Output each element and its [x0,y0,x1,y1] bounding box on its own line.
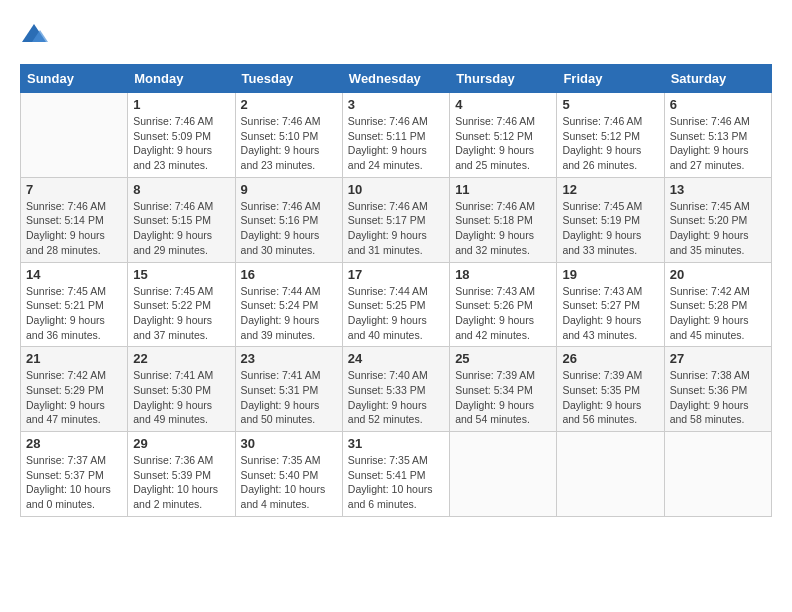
day-number: 15 [133,267,229,282]
calendar-week-row: 1Sunrise: 7:46 AM Sunset: 5:09 PM Daylig… [21,93,772,178]
weekday-header-cell: Saturday [664,65,771,93]
day-number: 13 [670,182,766,197]
calendar-day-cell [664,432,771,517]
day-info: Sunrise: 7:42 AM Sunset: 5:28 PM Dayligh… [670,284,766,343]
calendar-day-cell: 17Sunrise: 7:44 AM Sunset: 5:25 PM Dayli… [342,262,449,347]
calendar-day-cell: 31Sunrise: 7:35 AM Sunset: 5:41 PM Dayli… [342,432,449,517]
calendar-day-cell: 10Sunrise: 7:46 AM Sunset: 5:17 PM Dayli… [342,177,449,262]
day-number: 10 [348,182,444,197]
day-number: 8 [133,182,229,197]
day-info: Sunrise: 7:46 AM Sunset: 5:13 PM Dayligh… [670,114,766,173]
calendar-day-cell: 13Sunrise: 7:45 AM Sunset: 5:20 PM Dayli… [664,177,771,262]
weekday-header-cell: Monday [128,65,235,93]
day-info: Sunrise: 7:45 AM Sunset: 5:21 PM Dayligh… [26,284,122,343]
calendar-day-cell: 26Sunrise: 7:39 AM Sunset: 5:35 PM Dayli… [557,347,664,432]
weekday-header-cell: Friday [557,65,664,93]
day-number: 28 [26,436,122,451]
calendar-day-cell: 5Sunrise: 7:46 AM Sunset: 5:12 PM Daylig… [557,93,664,178]
day-info: Sunrise: 7:46 AM Sunset: 5:10 PM Dayligh… [241,114,337,173]
day-info: Sunrise: 7:44 AM Sunset: 5:25 PM Dayligh… [348,284,444,343]
calendar-day-cell: 19Sunrise: 7:43 AM Sunset: 5:27 PM Dayli… [557,262,664,347]
day-number: 18 [455,267,551,282]
day-info: Sunrise: 7:46 AM Sunset: 5:14 PM Dayligh… [26,199,122,258]
calendar-day-cell: 30Sunrise: 7:35 AM Sunset: 5:40 PM Dayli… [235,432,342,517]
day-number: 21 [26,351,122,366]
calendar-day-cell: 11Sunrise: 7:46 AM Sunset: 5:18 PM Dayli… [450,177,557,262]
calendar-day-cell: 15Sunrise: 7:45 AM Sunset: 5:22 PM Dayli… [128,262,235,347]
calendar-week-row: 7Sunrise: 7:46 AM Sunset: 5:14 PM Daylig… [21,177,772,262]
day-number: 14 [26,267,122,282]
calendar-day-cell: 9Sunrise: 7:46 AM Sunset: 5:16 PM Daylig… [235,177,342,262]
day-number: 12 [562,182,658,197]
day-info: Sunrise: 7:46 AM Sunset: 5:12 PM Dayligh… [455,114,551,173]
calendar-day-cell: 12Sunrise: 7:45 AM Sunset: 5:19 PM Dayli… [557,177,664,262]
day-info: Sunrise: 7:40 AM Sunset: 5:33 PM Dayligh… [348,368,444,427]
calendar-week-row: 14Sunrise: 7:45 AM Sunset: 5:21 PM Dayli… [21,262,772,347]
day-info: Sunrise: 7:44 AM Sunset: 5:24 PM Dayligh… [241,284,337,343]
calendar-day-cell: 3Sunrise: 7:46 AM Sunset: 5:11 PM Daylig… [342,93,449,178]
calendar-day-cell: 23Sunrise: 7:41 AM Sunset: 5:31 PM Dayli… [235,347,342,432]
day-number: 19 [562,267,658,282]
day-info: Sunrise: 7:38 AM Sunset: 5:36 PM Dayligh… [670,368,766,427]
calendar-day-cell: 4Sunrise: 7:46 AM Sunset: 5:12 PM Daylig… [450,93,557,178]
weekday-header-row: SundayMondayTuesdayWednesdayThursdayFrid… [21,65,772,93]
day-info: Sunrise: 7:46 AM Sunset: 5:09 PM Dayligh… [133,114,229,173]
day-info: Sunrise: 7:45 AM Sunset: 5:19 PM Dayligh… [562,199,658,258]
day-number: 22 [133,351,229,366]
calendar-day-cell [450,432,557,517]
weekday-header-cell: Tuesday [235,65,342,93]
day-number: 11 [455,182,551,197]
calendar-day-cell: 1Sunrise: 7:46 AM Sunset: 5:09 PM Daylig… [128,93,235,178]
day-number: 9 [241,182,337,197]
day-number: 1 [133,97,229,112]
calendar-table: SundayMondayTuesdayWednesdayThursdayFrid… [20,64,772,517]
calendar-day-cell: 16Sunrise: 7:44 AM Sunset: 5:24 PM Dayli… [235,262,342,347]
day-info: Sunrise: 7:46 AM Sunset: 5:18 PM Dayligh… [455,199,551,258]
calendar-day-cell: 21Sunrise: 7:42 AM Sunset: 5:29 PM Dayli… [21,347,128,432]
day-number: 29 [133,436,229,451]
calendar-day-cell: 14Sunrise: 7:45 AM Sunset: 5:21 PM Dayli… [21,262,128,347]
day-number: 30 [241,436,337,451]
calendar-day-cell: 28Sunrise: 7:37 AM Sunset: 5:37 PM Dayli… [21,432,128,517]
day-info: Sunrise: 7:39 AM Sunset: 5:35 PM Dayligh… [562,368,658,427]
day-number: 7 [26,182,122,197]
day-number: 27 [670,351,766,366]
calendar-day-cell: 7Sunrise: 7:46 AM Sunset: 5:14 PM Daylig… [21,177,128,262]
calendar-day-cell: 27Sunrise: 7:38 AM Sunset: 5:36 PM Dayli… [664,347,771,432]
weekday-header-cell: Wednesday [342,65,449,93]
day-info: Sunrise: 7:41 AM Sunset: 5:30 PM Dayligh… [133,368,229,427]
calendar-day-cell: 8Sunrise: 7:46 AM Sunset: 5:15 PM Daylig… [128,177,235,262]
calendar-day-cell: 6Sunrise: 7:46 AM Sunset: 5:13 PM Daylig… [664,93,771,178]
day-info: Sunrise: 7:46 AM Sunset: 5:15 PM Dayligh… [133,199,229,258]
day-info: Sunrise: 7:35 AM Sunset: 5:40 PM Dayligh… [241,453,337,512]
day-number: 2 [241,97,337,112]
weekday-header-cell: Thursday [450,65,557,93]
day-info: Sunrise: 7:46 AM Sunset: 5:11 PM Dayligh… [348,114,444,173]
day-number: 24 [348,351,444,366]
day-info: Sunrise: 7:46 AM Sunset: 5:17 PM Dayligh… [348,199,444,258]
calendar-day-cell: 29Sunrise: 7:36 AM Sunset: 5:39 PM Dayli… [128,432,235,517]
day-number: 4 [455,97,551,112]
calendar-day-cell: 22Sunrise: 7:41 AM Sunset: 5:30 PM Dayli… [128,347,235,432]
day-number: 3 [348,97,444,112]
day-number: 6 [670,97,766,112]
calendar-week-row: 28Sunrise: 7:37 AM Sunset: 5:37 PM Dayli… [21,432,772,517]
day-info: Sunrise: 7:45 AM Sunset: 5:20 PM Dayligh… [670,199,766,258]
logo [20,20,48,48]
day-info: Sunrise: 7:43 AM Sunset: 5:26 PM Dayligh… [455,284,551,343]
calendar-day-cell: 18Sunrise: 7:43 AM Sunset: 5:26 PM Dayli… [450,262,557,347]
day-number: 17 [348,267,444,282]
calendar-day-cell: 24Sunrise: 7:40 AM Sunset: 5:33 PM Dayli… [342,347,449,432]
day-number: 23 [241,351,337,366]
logo-icon [20,20,48,48]
day-info: Sunrise: 7:36 AM Sunset: 5:39 PM Dayligh… [133,453,229,512]
calendar-body: 1Sunrise: 7:46 AM Sunset: 5:09 PM Daylig… [21,93,772,517]
calendar-day-cell: 25Sunrise: 7:39 AM Sunset: 5:34 PM Dayli… [450,347,557,432]
day-info: Sunrise: 7:39 AM Sunset: 5:34 PM Dayligh… [455,368,551,427]
day-info: Sunrise: 7:35 AM Sunset: 5:41 PM Dayligh… [348,453,444,512]
day-number: 31 [348,436,444,451]
page-header [20,20,772,48]
calendar-day-cell [21,93,128,178]
day-info: Sunrise: 7:41 AM Sunset: 5:31 PM Dayligh… [241,368,337,427]
calendar-day-cell: 20Sunrise: 7:42 AM Sunset: 5:28 PM Dayli… [664,262,771,347]
